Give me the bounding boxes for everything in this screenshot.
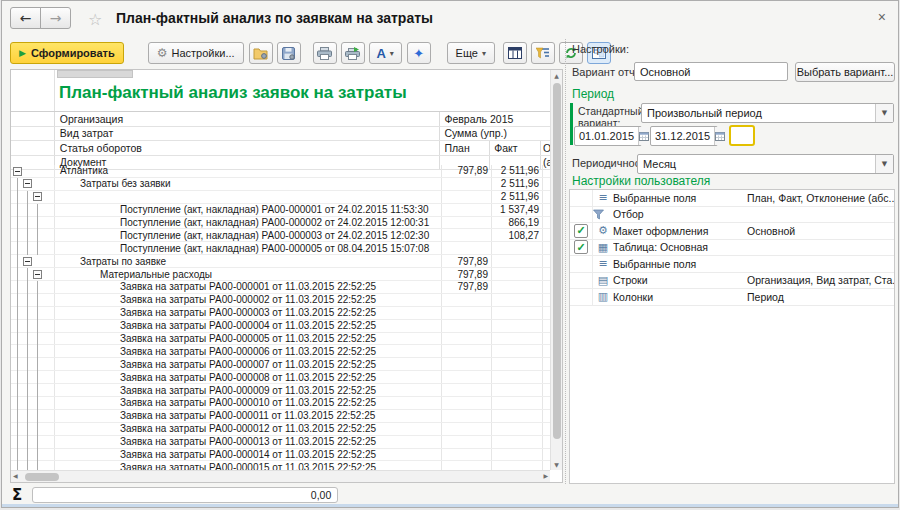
user-setting-row[interactable]: ▥КолонкиПериод <box>570 289 894 306</box>
tree-line <box>17 191 18 204</box>
scroll-right-icon[interactable]: ▶ <box>543 472 548 479</box>
group-collapse-icon[interactable] <box>33 270 42 279</box>
choose-variant-button[interactable]: Выбрать вариант... <box>795 62 895 82</box>
period-extra-button[interactable] <box>729 125 755 146</box>
setting-label: Колонки <box>613 291 747 303</box>
report-row[interactable]: Заявка на затраты РА00-000012 от 11.03.2… <box>11 423 550 436</box>
report-row[interactable]: Заявка на затраты РА00-000001 от 11.03.2… <box>11 281 550 294</box>
periodicity-select[interactable]: Месяц ▼ <box>637 154 894 174</box>
pane-splitter[interactable] <box>565 39 566 484</box>
report-row[interactable]: Затраты без заявки2 511,96 <box>11 178 550 191</box>
print-preview-button[interactable] <box>341 42 365 64</box>
period-group-bar <box>570 103 573 145</box>
font-button[interactable]: A ▾ <box>369 42 402 64</box>
print-button[interactable] <box>313 42 337 64</box>
back-button[interactable]: ← <box>10 7 41 29</box>
calendar-icon[interactable] <box>714 127 725 145</box>
report-row[interactable]: Заявка на затраты РА00-000005 от 11.03.2… <box>11 333 550 346</box>
funnel-lines-icon <box>536 47 550 60</box>
setting-label: Макет оформления <box>613 225 747 237</box>
more-button[interactable]: Еще ▾ <box>447 42 495 64</box>
report-row[interactable]: Заявка на затраты РА00-000015 от 11.03.2… <box>11 461 550 470</box>
report-row[interactable]: Заявка на затраты РА00-000006 от 11.03.2… <box>11 345 550 358</box>
horizontal-scroll-thumb[interactable] <box>25 473 59 481</box>
load-settings-button[interactable] <box>249 42 273 64</box>
row-label: Затраты без заявки <box>54 178 442 190</box>
tree-gutter <box>11 307 54 319</box>
report-row[interactable]: Заявка на затраты РА00-000007 от 11.03.2… <box>11 358 550 371</box>
row-label: Заявка на затраты РА00-000010 от 11.03.2… <box>54 397 442 409</box>
title-bar: ← → ☆ План-фактный анализ по заявкам на … <box>2 1 898 37</box>
scroll-down-icon[interactable]: ▼ <box>551 461 562 468</box>
row-label: Заявка на затраты РА00-000012 от 11.03.2… <box>54 423 442 435</box>
setting-label: Строки <box>613 274 747 286</box>
generate-button[interactable]: ▶ Сформировать <box>10 42 124 64</box>
report-row[interactable]: Поступление (акт, накладная) РА00-000005… <box>11 242 550 255</box>
printer-icon <box>317 47 332 60</box>
group-collapse-icon[interactable] <box>13 167 22 176</box>
scroll-left-icon[interactable]: ◀ <box>13 472 18 479</box>
save-gear-icon <box>282 47 295 60</box>
clipped-cell <box>543 371 550 383</box>
vertical-scroll-thumb[interactable] <box>553 83 561 439</box>
settings-button[interactable]: ⚙ Настройки... <box>148 42 244 64</box>
user-setting-row[interactable]: Отбор <box>570 207 894 224</box>
table-view-button[interactable] <box>503 42 527 64</box>
report-row[interactable]: Заявка на затраты РА00-000002 от 11.03.2… <box>11 294 550 307</box>
back-arrow-icon: ← <box>20 10 32 26</box>
scroll-up-icon[interactable]: ▲ <box>551 72 562 79</box>
filter-structure-button[interactable] <box>531 42 555 64</box>
calendar-icon[interactable] <box>638 127 649 145</box>
row-label: Затраты по заявке <box>54 255 442 267</box>
report-row[interactable]: Поступление (акт, накладная) РА00-000003… <box>11 229 550 242</box>
report-row[interactable]: Заявка на затраты РА00-000003 от 11.03.2… <box>11 307 550 320</box>
user-setting-row[interactable]: ≡Выбранные поля <box>570 256 894 273</box>
date-to-field[interactable]: 31.12.2015 <box>650 126 718 146</box>
checkbox[interactable]: ✓ <box>574 240 588 254</box>
report-row[interactable]: Заявка на затраты РА00-000008 от 11.03.2… <box>11 371 550 384</box>
report-row[interactable]: Заявка на затраты РА00-000014 от 11.03.2… <box>11 449 550 462</box>
setting-label: Отбор <box>613 208 747 220</box>
report-row[interactable]: Заявка на затраты РА00-000013 от 11.03.2… <box>11 436 550 449</box>
checkbox[interactable]: ✓ <box>574 224 588 238</box>
fact-value: 2 511,96 <box>492 191 543 203</box>
row-label: Поступление (акт, накладная) РА00-000003… <box>54 229 442 241</box>
plan-value: 797,89 <box>442 165 492 177</box>
group-collapse-icon[interactable] <box>23 179 32 188</box>
report-row[interactable]: Заявка на затраты РА00-000009 от 11.03.2… <box>11 384 550 397</box>
forward-button[interactable]: → <box>40 7 71 29</box>
group-collapse-icon[interactable] <box>33 192 42 201</box>
user-setting-row[interactable]: ▤СтрокиОрганизация, Вид затрат, Ста... <box>570 273 894 290</box>
sheet-area[interactable]: План-фактный анализ заявок на затраты Ор… <box>11 70 550 470</box>
setting-value: Период <box>747 291 894 303</box>
report-row[interactable]: Заявка на затраты РА00-000010 от 11.03.2… <box>11 397 550 410</box>
highlight-button[interactable]: ✦ <box>407 42 431 64</box>
save-settings-button[interactable] <box>277 42 301 64</box>
standard-variant-select[interactable]: Произвольный период ▼ <box>641 103 894 123</box>
tree-gutter <box>11 165 54 177</box>
report-row[interactable]: Атлантика797,892 511,96 <box>11 165 550 178</box>
favorite-star-icon[interactable]: ☆ <box>88 10 102 29</box>
report-row[interactable]: Заявка на затраты РА00-000011 от 11.03.2… <box>11 410 550 423</box>
report-row[interactable]: Материальные расходы797,89 <box>11 268 550 281</box>
horizontal-scrollbar[interactable]: ◀ ▶ <box>11 470 550 482</box>
user-setting-row[interactable]: ✓▦Таблица: Основная <box>570 240 894 257</box>
close-icon[interactable]: × <box>878 9 886 25</box>
user-setting-row[interactable]: ✓⚙Макет оформленияОсновной <box>570 223 894 240</box>
tree-line <box>37 436 38 449</box>
report-row[interactable]: Затраты по заявке797,89 <box>11 255 550 268</box>
user-setting-row[interactable]: ≡Выбранные поляПлан, Факт, Отклонение (а… <box>570 190 894 207</box>
plan-value <box>442 436 492 448</box>
tree-line <box>37 449 38 462</box>
report-row[interactable]: 2 511,96 <box>11 191 550 204</box>
row-label: Заявка на затраты РА00-000013 от 11.03.2… <box>54 436 442 448</box>
report-row[interactable]: Заявка на затраты РА00-000004 от 11.03.2… <box>11 320 550 333</box>
variant-input[interactable]: Основной <box>634 62 788 81</box>
sum-field[interactable]: 0,00 <box>32 487 338 503</box>
group-collapse-icon[interactable] <box>23 257 32 266</box>
report-row[interactable]: Поступление (акт, накладная) РА00-000001… <box>11 204 550 217</box>
report-row[interactable]: Поступление (акт, накладная) РА00-000002… <box>11 217 550 230</box>
column-group-strip <box>57 70 133 78</box>
vertical-scrollbar[interactable]: ▲ ▼ <box>550 70 562 470</box>
date-from-field[interactable]: 01.01.2015 <box>574 126 642 146</box>
